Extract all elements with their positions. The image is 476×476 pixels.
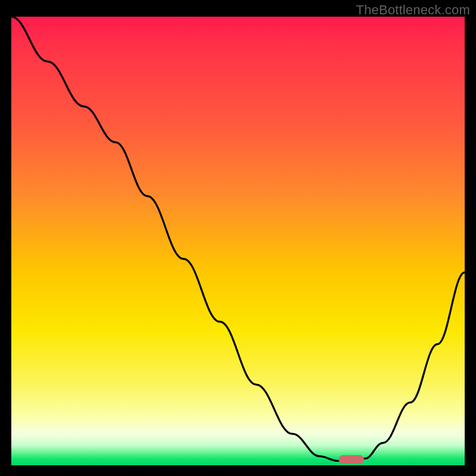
plot-area: [11, 17, 465, 465]
chart-frame: TheBottleneck.com: [0, 0, 476, 476]
watermark-text: TheBottleneck.com: [356, 2, 470, 18]
bottleneck-curve: [11, 17, 465, 461]
optimum-marker: [339, 455, 364, 464]
